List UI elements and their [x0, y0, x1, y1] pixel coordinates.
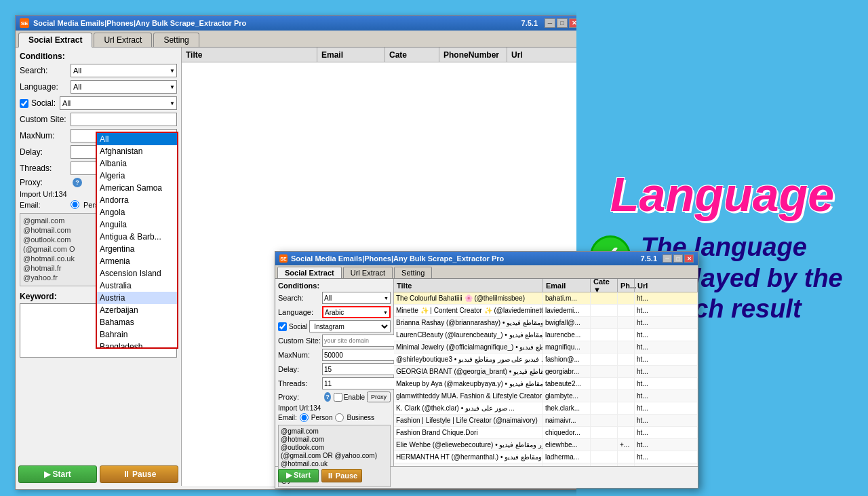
second-cell-phone — [618, 341, 635, 353]
second-proxy-label: Proxy: — [278, 393, 322, 401]
second-tab-url[interactable]: Url Extract — [343, 267, 393, 278]
second-cell-phone — [618, 305, 635, 316]
second-proxy-help-icon[interactable]: ? — [324, 392, 331, 402]
second-social-label: Social — [289, 323, 307, 330]
second-table-row[interactable]: Amber Tamara (@ambertamaraa) • فيديو على… — [394, 463, 698, 466]
second-table-row[interactable]: HERMANTHA HT (@hermanthal.) • فيديو على … — [394, 451, 698, 463]
proxy-help-icon[interactable]: ? — [73, 178, 82, 187]
dropdown-item-bangladesh[interactable]: Bangladesh — [97, 341, 177, 349]
dropdown-item-all[interactable]: All — [97, 133, 177, 145]
dropdown-item-bahrain[interactable]: Bahrain — [97, 328, 177, 341]
second-table-row[interactable]: glamwithteddy MUA. Fashion & Lifestyle C… — [394, 390, 698, 402]
pause-button[interactable]: ⏸ Pause — [100, 465, 178, 483]
second-table-row[interactable]: Brianna Rashay (@briannarashay) • فيديو … — [394, 317, 698, 329]
second-search-label: Search: — [278, 294, 322, 302]
dropdown-item-australia[interactable]: Australia — [97, 280, 177, 292]
dropdown-item-afghanistan[interactable]: Afghanistan — [97, 145, 177, 157]
dropdown-item-argentina[interactable]: Argentina — [97, 243, 177, 255]
second-table-row[interactable]: GEORGIA BRANT (@georgia_brant) • صور ومق… — [394, 366, 698, 378]
second-cell-phone — [618, 402, 635, 414]
social-row: Social: All ▼ — [20, 96, 177, 110]
tab-setting[interactable]: Setting — [153, 33, 199, 47]
second-search-combo[interactable]: All ▼ — [322, 292, 391, 304]
second-search-arrow-icon: ▼ — [384, 296, 389, 301]
social-checkbox[interactable] — [20, 99, 28, 108]
dropdown-item-austria[interactable]: Austria — [97, 292, 177, 304]
dropdown-item-angola[interactable]: Angola — [97, 206, 177, 218]
second-business-radio[interactable] — [335, 413, 344, 422]
person-radio[interactable] — [71, 200, 79, 209]
dropdown-item-ascension[interactable]: Ascension Island — [97, 267, 177, 280]
second-person-radio[interactable] — [300, 413, 309, 422]
second-cell-url: ht... — [635, 292, 698, 304]
second-business-label: Business — [347, 414, 374, 421]
second-table-row[interactable]: The Colourful Bahatiiii 🌸 (@thelilmissbe… — [394, 292, 698, 305]
app-title: Social Media Emails|Phones|Any Bulk Scra… — [33, 19, 521, 27]
second-maxnum-label: MaxNum: — [278, 351, 322, 359]
dropdown-item-azerbaijan[interactable]: Azerbaijan — [97, 304, 177, 316]
second-enable-checkbox[interactable] — [334, 393, 342, 402]
second-cell-email: naimaivr... — [543, 415, 591, 426]
second-table-row[interactable]: @shirleyboutique3 • فيديو على صور ومقاطع… — [394, 354, 698, 366]
tab-url-extract[interactable]: Url Extract — [94, 33, 152, 47]
second-minimize-button[interactable]: ─ — [663, 254, 672, 263]
second-language-combo[interactable]: Arabic ▼ — [322, 306, 391, 318]
dropdown-item-bahamas[interactable]: Bahamas — [97, 316, 177, 328]
second-app-title: Social Media Emails|Phones|Any Bulk Scra… — [291, 254, 641, 263]
second-bottom: ▶ Start ⏸ Pause — [275, 466, 698, 484]
second-cell-cate — [591, 439, 618, 451]
second-delay-label: Delay: — [278, 365, 322, 373]
second-table-row[interactable]: Fashion Brand Chique.Dori chiquedor... h… — [394, 427, 698, 439]
bottom-buttons: ▶ Start ⏸ Pause — [18, 465, 178, 483]
second-cell-title: Amber Tamara (@ambertamaraa) • فيديو على… — [394, 463, 543, 466]
second-cell-title: Brianna Rashay (@briannarashay) • فيديو … — [394, 317, 543, 328]
dropdown-item-albania[interactable]: Albania — [97, 157, 177, 170]
social-combo[interactable]: All ▼ — [60, 96, 177, 110]
second-proxy-button[interactable]: Proxy — [367, 392, 391, 402]
second-social-checkbox[interactable] — [278, 322, 287, 331]
minimize-button[interactable]: ─ — [545, 18, 555, 28]
second-table-row[interactable]: Minimal Jewelry (@officialmagnifique_) •… — [394, 341, 698, 354]
second-cell-email: thek.clark... — [543, 402, 591, 414]
second-table-row[interactable]: Minette ✨ | Content Creator ✨ (@laviedem… — [394, 305, 698, 317]
second-social-combo[interactable]: Instagram — [309, 320, 391, 332]
second-cell-phone: +... — [618, 439, 635, 451]
maximize-button[interactable]: □ — [557, 18, 568, 28]
second-table-row[interactable]: Makeup by Aya (@makeupbyaya.y) • فيديو ع… — [394, 378, 698, 390]
tab-social-extract[interactable]: Social Extract — [18, 33, 92, 47]
dropdown-item-american-samoa[interactable]: American Samoa — [97, 182, 177, 194]
second-maximize-button[interactable]: □ — [673, 254, 683, 263]
second-custom-site-row: Custom Site: — [278, 335, 391, 347]
second-table-row[interactable]: Elie Wehbe (@eliewebecouture) • فيديو عل… — [394, 439, 698, 451]
social-label: Social: — [31, 98, 56, 108]
language-dropdown[interactable]: All Afghanistan Albania Algeria American… — [96, 132, 178, 349]
second-delay-row: Delay: — [278, 363, 391, 375]
dropdown-item-anguila[interactable]: Anguila — [97, 218, 177, 231]
left-panel: Conditions: Search: All ▼ Language: All … — [16, 47, 182, 486]
second-cell-title: glamwithteddy MUA. Fashion & Lifestyle C… — [394, 390, 543, 402]
dropdown-item-algeria[interactable]: Algeria — [97, 170, 177, 182]
second-pause-button[interactable]: ⏸ Pause — [321, 469, 362, 482]
second-close-button[interactable]: ✕ — [684, 254, 694, 263]
second-cell-url: ht... — [635, 427, 698, 438]
second-language-label: Language: — [278, 308, 322, 316]
second-table-row[interactable]: LaurenCBeauty (@laurencbeauty_) • صور وم… — [394, 329, 698, 341]
second-table-row[interactable]: Fashion | Lifestyle | Life Creator (@nai… — [394, 415, 698, 427]
custom-site-input[interactable] — [71, 113, 177, 126]
second-tab-social[interactable]: Social Extract — [277, 267, 342, 278]
second-cell-title: @shirleyboutique3 • فيديو على صور ومقاطع… — [394, 354, 543, 365]
second-cell-email: georgiabr... — [543, 366, 591, 377]
second-custom-site-input[interactable] — [322, 335, 402, 347]
dropdown-item-andorra[interactable]: Andorra — [97, 194, 177, 206]
search-row: Search: All ▼ — [20, 64, 177, 77]
dropdown-item-armenia[interactable]: Armenia — [97, 255, 177, 267]
second-table-row[interactable]: K. Clark (@thek.clar) • صور على فيديو ..… — [394, 402, 698, 415]
dropdown-item-antigua[interactable]: Antigua & Barb... — [97, 231, 177, 243]
search-combo[interactable]: All ▼ — [71, 64, 177, 77]
second-tab-setting[interactable]: Setting — [394, 267, 432, 278]
second-cell-cate — [591, 415, 618, 426]
second-start-button[interactable]: ▶ Start — [278, 469, 319, 482]
language-combo[interactable]: All ▼ — [71, 80, 177, 94]
start-button[interactable]: ▶ Start — [18, 465, 97, 483]
second-search-value: All — [324, 294, 332, 302]
